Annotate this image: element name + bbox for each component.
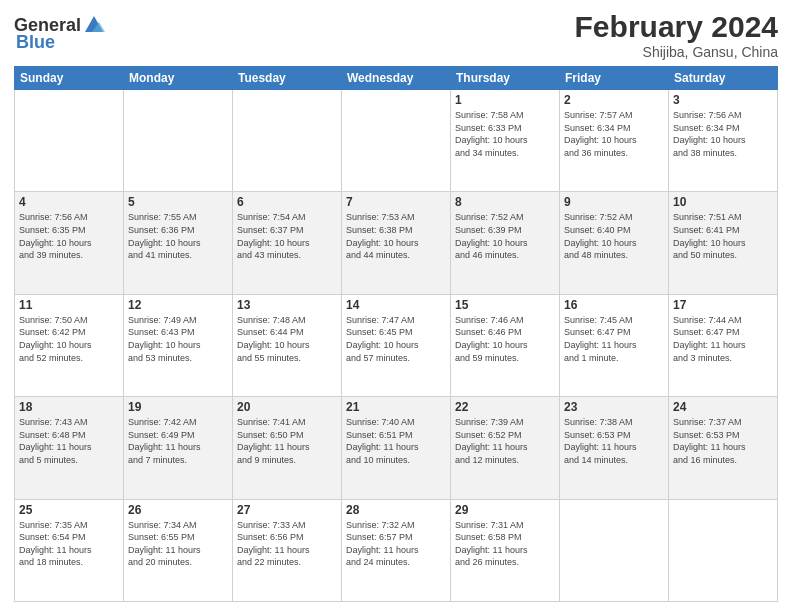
day-info: Sunrise: 7:52 AM Sunset: 6:39 PM Dayligh…: [455, 211, 555, 261]
day-number: 18: [19, 400, 119, 414]
calendar-cell: 8Sunrise: 7:52 AM Sunset: 6:39 PM Daylig…: [451, 192, 560, 294]
day-number: 29: [455, 503, 555, 517]
calendar-cell: 17Sunrise: 7:44 AM Sunset: 6:47 PM Dayli…: [669, 294, 778, 396]
day-info: Sunrise: 7:44 AM Sunset: 6:47 PM Dayligh…: [673, 314, 773, 364]
calendar-table: SundayMondayTuesdayWednesdayThursdayFrid…: [14, 66, 778, 602]
calendar-cell: 11Sunrise: 7:50 AM Sunset: 6:42 PM Dayli…: [15, 294, 124, 396]
calendar-cell: 10Sunrise: 7:51 AM Sunset: 6:41 PM Dayli…: [669, 192, 778, 294]
day-info: Sunrise: 7:34 AM Sunset: 6:55 PM Dayligh…: [128, 519, 228, 569]
day-info: Sunrise: 7:52 AM Sunset: 6:40 PM Dayligh…: [564, 211, 664, 261]
day-number: 8: [455, 195, 555, 209]
calendar-week-2: 11Sunrise: 7:50 AM Sunset: 6:42 PM Dayli…: [15, 294, 778, 396]
day-number: 25: [19, 503, 119, 517]
day-number: 24: [673, 400, 773, 414]
day-info: Sunrise: 7:39 AM Sunset: 6:52 PM Dayligh…: [455, 416, 555, 466]
calendar-cell: [560, 499, 669, 601]
day-number: 4: [19, 195, 119, 209]
calendar-cell: [669, 499, 778, 601]
title-block: February 2024 Shijiba, Gansu, China: [575, 10, 778, 60]
calendar-cell: [124, 90, 233, 192]
day-number: 10: [673, 195, 773, 209]
day-number: 15: [455, 298, 555, 312]
day-info: Sunrise: 7:41 AM Sunset: 6:50 PM Dayligh…: [237, 416, 337, 466]
calendar-cell: [15, 90, 124, 192]
calendar-cell: 15Sunrise: 7:46 AM Sunset: 6:46 PM Dayli…: [451, 294, 560, 396]
calendar-cell: 22Sunrise: 7:39 AM Sunset: 6:52 PM Dayli…: [451, 397, 560, 499]
day-number: 12: [128, 298, 228, 312]
calendar-cell: 3Sunrise: 7:56 AM Sunset: 6:34 PM Daylig…: [669, 90, 778, 192]
calendar-cell: [233, 90, 342, 192]
day-number: 17: [673, 298, 773, 312]
day-info: Sunrise: 7:51 AM Sunset: 6:41 PM Dayligh…: [673, 211, 773, 261]
day-info: Sunrise: 7:32 AM Sunset: 6:57 PM Dayligh…: [346, 519, 446, 569]
day-info: Sunrise: 7:37 AM Sunset: 6:53 PM Dayligh…: [673, 416, 773, 466]
day-info: Sunrise: 7:53 AM Sunset: 6:38 PM Dayligh…: [346, 211, 446, 261]
day-number: 19: [128, 400, 228, 414]
day-number: 1: [455, 93, 555, 107]
title-month: February 2024: [575, 10, 778, 44]
calendar-cell: 26Sunrise: 7:34 AM Sunset: 6:55 PM Dayli…: [124, 499, 233, 601]
day-number: 14: [346, 298, 446, 312]
day-number: 27: [237, 503, 337, 517]
logo: General Blue: [14, 14, 105, 53]
calendar-cell: 20Sunrise: 7:41 AM Sunset: 6:50 PM Dayli…: [233, 397, 342, 499]
title-location: Shijiba, Gansu, China: [575, 44, 778, 60]
day-info: Sunrise: 7:38 AM Sunset: 6:53 PM Dayligh…: [564, 416, 664, 466]
day-info: Sunrise: 7:47 AM Sunset: 6:45 PM Dayligh…: [346, 314, 446, 364]
day-info: Sunrise: 7:45 AM Sunset: 6:47 PM Dayligh…: [564, 314, 664, 364]
day-number: 9: [564, 195, 664, 209]
day-info: Sunrise: 7:55 AM Sunset: 6:36 PM Dayligh…: [128, 211, 228, 261]
day-info: Sunrise: 7:58 AM Sunset: 6:33 PM Dayligh…: [455, 109, 555, 159]
calendar-cell: 12Sunrise: 7:49 AM Sunset: 6:43 PM Dayli…: [124, 294, 233, 396]
day-info: Sunrise: 7:56 AM Sunset: 6:35 PM Dayligh…: [19, 211, 119, 261]
calendar-cell: 25Sunrise: 7:35 AM Sunset: 6:54 PM Dayli…: [15, 499, 124, 601]
calendar-week-3: 18Sunrise: 7:43 AM Sunset: 6:48 PM Dayli…: [15, 397, 778, 499]
day-number: 16: [564, 298, 664, 312]
weekday-header-saturday: Saturday: [669, 67, 778, 90]
day-info: Sunrise: 7:35 AM Sunset: 6:54 PM Dayligh…: [19, 519, 119, 569]
day-info: Sunrise: 7:33 AM Sunset: 6:56 PM Dayligh…: [237, 519, 337, 569]
calendar-cell: 4Sunrise: 7:56 AM Sunset: 6:35 PM Daylig…: [15, 192, 124, 294]
day-info: Sunrise: 7:57 AM Sunset: 6:34 PM Dayligh…: [564, 109, 664, 159]
calendar-week-4: 25Sunrise: 7:35 AM Sunset: 6:54 PM Dayli…: [15, 499, 778, 601]
calendar-cell: 24Sunrise: 7:37 AM Sunset: 6:53 PM Dayli…: [669, 397, 778, 499]
day-number: 22: [455, 400, 555, 414]
weekday-header-monday: Monday: [124, 67, 233, 90]
day-info: Sunrise: 7:43 AM Sunset: 6:48 PM Dayligh…: [19, 416, 119, 466]
calendar-cell: 29Sunrise: 7:31 AM Sunset: 6:58 PM Dayli…: [451, 499, 560, 601]
day-info: Sunrise: 7:50 AM Sunset: 6:42 PM Dayligh…: [19, 314, 119, 364]
day-number: 28: [346, 503, 446, 517]
calendar-cell: 5Sunrise: 7:55 AM Sunset: 6:36 PM Daylig…: [124, 192, 233, 294]
day-info: Sunrise: 7:56 AM Sunset: 6:34 PM Dayligh…: [673, 109, 773, 159]
calendar-cell: 19Sunrise: 7:42 AM Sunset: 6:49 PM Dayli…: [124, 397, 233, 499]
header: General Blue February 2024 Shijiba, Gans…: [14, 10, 778, 60]
logo-icon: [83, 14, 105, 36]
day-number: 5: [128, 195, 228, 209]
calendar-cell: 16Sunrise: 7:45 AM Sunset: 6:47 PM Dayli…: [560, 294, 669, 396]
calendar-cell: 21Sunrise: 7:40 AM Sunset: 6:51 PM Dayli…: [342, 397, 451, 499]
day-number: 2: [564, 93, 664, 107]
day-info: Sunrise: 7:54 AM Sunset: 6:37 PM Dayligh…: [237, 211, 337, 261]
day-info: Sunrise: 7:42 AM Sunset: 6:49 PM Dayligh…: [128, 416, 228, 466]
weekday-header-tuesday: Tuesday: [233, 67, 342, 90]
day-info: Sunrise: 7:46 AM Sunset: 6:46 PM Dayligh…: [455, 314, 555, 364]
logo-blue: Blue: [16, 32, 55, 53]
day-number: 20: [237, 400, 337, 414]
day-info: Sunrise: 7:31 AM Sunset: 6:58 PM Dayligh…: [455, 519, 555, 569]
day-number: 3: [673, 93, 773, 107]
day-number: 21: [346, 400, 446, 414]
calendar-cell: 9Sunrise: 7:52 AM Sunset: 6:40 PM Daylig…: [560, 192, 669, 294]
calendar-cell: 2Sunrise: 7:57 AM Sunset: 6:34 PM Daylig…: [560, 90, 669, 192]
calendar-cell: 18Sunrise: 7:43 AM Sunset: 6:48 PM Dayli…: [15, 397, 124, 499]
calendar-cell: 6Sunrise: 7:54 AM Sunset: 6:37 PM Daylig…: [233, 192, 342, 294]
weekday-header-sunday: Sunday: [15, 67, 124, 90]
calendar-cell: 14Sunrise: 7:47 AM Sunset: 6:45 PM Dayli…: [342, 294, 451, 396]
calendar-cell: 7Sunrise: 7:53 AM Sunset: 6:38 PM Daylig…: [342, 192, 451, 294]
day-number: 13: [237, 298, 337, 312]
weekday-header-wednesday: Wednesday: [342, 67, 451, 90]
calendar-cell: [342, 90, 451, 192]
weekday-header-friday: Friday: [560, 67, 669, 90]
calendar-week-1: 4Sunrise: 7:56 AM Sunset: 6:35 PM Daylig…: [15, 192, 778, 294]
calendar-cell: 13Sunrise: 7:48 AM Sunset: 6:44 PM Dayli…: [233, 294, 342, 396]
calendar-cell: 23Sunrise: 7:38 AM Sunset: 6:53 PM Dayli…: [560, 397, 669, 499]
